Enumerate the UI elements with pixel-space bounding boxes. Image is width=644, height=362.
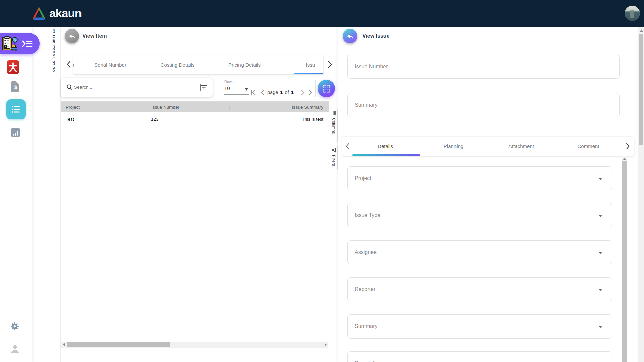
details-scrollbar[interactable] [622,156,627,362]
list-icon [11,105,21,114]
settings-button[interactable] [10,322,19,331]
cell-issue-number: 123 [145,117,229,122]
page-label: page [267,89,278,95]
caret-down-icon [598,215,602,217]
rows-per-page-select[interactable]: 10 [224,85,249,95]
columns-tool-button[interactable]: Columns [330,108,338,143]
scroll-left-arrow[interactable] [63,343,65,346]
chart-bar [13,134,14,136]
filters-tool-label: Filters [331,155,336,166]
funnel-icon [331,148,336,153]
issue-number-input[interactable] [348,64,619,70]
column-header-project[interactable]: Project [61,105,145,110]
svg-text:$: $ [14,84,17,90]
tab-costing-details[interactable]: Costing Details [144,62,211,68]
filters-tool-button[interactable]: Filters [330,145,338,170]
issue-number-field[interactable] [347,55,620,79]
sidebar-item-red-app[interactable] [7,60,19,74]
tab-comment[interactable]: Comment [556,143,620,149]
line-items-listing-vertical-tab[interactable]: 1 LINE ITEMS LISTING [50,27,60,115]
view-item-back-button[interactable] [65,29,79,43]
rows-per-page-label: Rows [224,80,234,84]
project-dropdown-label: Project [348,175,371,181]
cell-project: Test [61,117,145,122]
tabs-scroll-left-icon[interactable] [345,143,350,150]
view-item-title: View Item [82,33,107,39]
first-page-button[interactable] [251,89,256,95]
reporter-dropdown-label: Reporter [348,286,375,292]
rows-per-page-value: 10 [224,85,230,91]
view-issue-tab-bar: Details Planning Attachment Comment [342,137,634,156]
page-scrollbar-thumb[interactable] [639,34,643,145]
reporter-dropdown[interactable]: Reporter [347,277,612,301]
tabs-scroll-left-icon[interactable] [66,61,71,68]
cell-issue-summary: This is test [229,117,329,122]
top-navbar: akaun [0,0,644,27]
caret-down-icon [598,252,602,254]
tab-details-active[interactable]: Details [350,143,421,149]
tab-planning[interactable]: Planning [421,143,486,149]
scroll-up-arrow[interactable] [623,158,626,160]
chart-bar [17,131,18,136]
search-input[interactable] [73,84,201,91]
issue-type-dropdown[interactable]: Issue Type [347,203,612,227]
filter-lines-icon[interactable] [201,85,207,90]
column-header-issue-number[interactable]: Issue Number [145,105,229,110]
table-row[interactable]: Test 123 This is test [61,112,329,126]
view-item-panel: View Item s Serial Number Costing Detail… [60,27,338,362]
account-button[interactable] [10,344,20,354]
tabs-scroll-right-icon[interactable] [328,61,332,68]
brand-logo: akaun [31,5,82,21]
cjk-da-glyph-icon [8,62,18,73]
previous-page-button[interactable] [260,89,264,95]
issue-summary-field[interactable] [347,93,620,117]
summary-dropdown-label: Summary [348,323,377,329]
columns-tool-label: Columns [331,118,336,134]
summary-dropdown[interactable]: Summary [347,314,612,339]
sidebar-item-reports[interactable] [11,128,20,137]
issues-table: Project Issue Number Issue Summary Test … [61,101,329,348]
sidebar-item-line-items-active[interactable] [0,33,40,54]
tab-item-partial-left[interactable]: s [73,62,77,68]
page-current: 1 [280,89,283,95]
gear-icon [10,322,19,331]
person-icon [10,344,20,354]
sidebar-item-listing-active[interactable] [6,99,26,119]
line-items-tab-number: 1 [50,28,58,34]
tab-pricing-details[interactable]: Pricing Details [211,62,278,68]
page-scrollbar[interactable] [638,27,644,362]
tab-serial-number[interactable]: Serial Number [77,62,144,68]
assignee-dropdown-label: Assignee [348,249,377,255]
toolbar-divider [315,80,316,97]
line-items-tab-label: LINE ITEMS LISTING [52,35,56,72]
user-avatar[interactable] [625,6,640,21]
scroll-right-arrow[interactable] [325,343,327,346]
tab-issue-active[interactable]: Issu [278,62,315,68]
view-issue-panel: View Issue Details Planning Attachment C… [338,27,636,362]
next-page-button[interactable] [301,89,305,95]
details-scrollbar-thumb[interactable] [622,161,627,362]
horizontal-scrollbar[interactable] [61,342,328,348]
grid-view-button[interactable] [318,80,335,97]
project-dropdown[interactable]: Project [347,166,612,190]
view-item-tab-bar: s Serial Number Costing Details Pricing … [73,55,323,74]
last-page-button[interactable] [308,89,314,95]
tabs-scroll-right-icon[interactable] [626,143,630,150]
page-total: 1 [291,89,294,95]
caret-down-icon [598,289,602,291]
caret-down-icon [598,326,602,328]
description-field[interactable]: Description [347,351,612,362]
description-field-label: Description [348,360,381,362]
sidebar-item-billing[interactable]: $ [11,81,20,93]
scroll-up-arrow[interactable] [640,29,643,32]
issue-type-dropdown-label: Issue Type [348,212,380,218]
assignee-dropdown[interactable]: Assignee [347,240,612,264]
akaun-triangle-logo-icon [31,6,47,21]
horizontal-scrollbar-thumb[interactable] [67,342,170,347]
reply-arrow-icon [68,32,76,40]
column-header-issue-summary[interactable]: Issue Summary [229,105,329,110]
issue-summary-input[interactable] [348,102,619,108]
tab-attachment[interactable]: Attachment [486,143,556,149]
search-bar [61,78,213,97]
view-issue-back-button[interactable] [343,29,357,43]
